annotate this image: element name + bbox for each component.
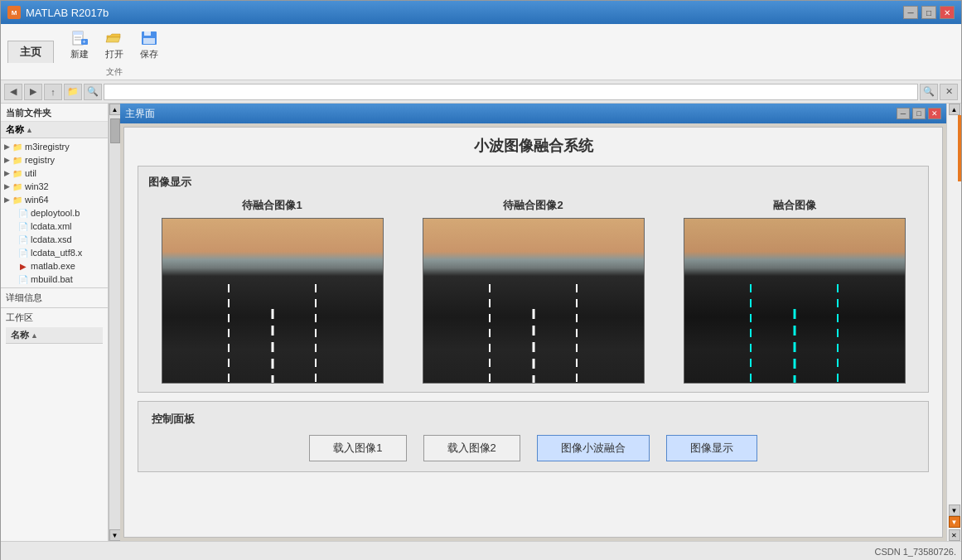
- status-bar: CSDN 1_73580726.: [1, 541, 961, 560]
- tree-label-mbuild: mbuild.bat: [31, 274, 73, 284]
- title-bar-controls: ─ □ ✕: [903, 6, 955, 19]
- tree-item-lcdata-utf8[interactable]: 📄 lcdata_utf8.x: [1, 246, 108, 259]
- matlab-window: M MATLAB R2017b ─ □ ✕ 主页: [0, 0, 962, 560]
- details-label: 详细信息: [6, 292, 42, 302]
- tree-label-win64: win64: [25, 195, 49, 205]
- matlab-title: MATLAB R2017b: [26, 7, 109, 19]
- load-image1-button[interactable]: 载入图像1: [309, 435, 406, 461]
- expand-icon-5: ▶: [4, 196, 10, 204]
- current-folder-label: 当前文件夹: [1, 104, 108, 122]
- image-col-3: 融合图像: [670, 198, 918, 384]
- svg-rect-1: [73, 31, 83, 35]
- save-button[interactable]: 保存: [133, 26, 165, 65]
- nav-explore-button[interactable]: 🔍: [84, 84, 102, 100]
- image-col-1: 待融合图像1: [148, 198, 396, 384]
- maximize-button[interactable]: □: [921, 6, 936, 19]
- display-image-button[interactable]: 图像显示: [666, 435, 757, 461]
- tree-item-m3iregistry[interactable]: ▶ 📁 m3iregistry: [1, 140, 108, 153]
- tree-item-matlab-exe[interactable]: ▶ matlab.exe: [1, 259, 108, 273]
- details-section: 详细信息: [1, 287, 108, 307]
- tree-item-win64[interactable]: ▶ 📁 win64: [1, 193, 108, 206]
- folder-icon-4: 📁: [12, 181, 23, 192]
- control-panel-box: 控制面板 载入图像1 载入图像2 图像小波融合 图像显示: [138, 401, 929, 472]
- workspace-sort-icon: ▲: [31, 331, 38, 340]
- sidebar-scroll-thumb[interactable]: [110, 118, 120, 143]
- new-button[interactable]: + 新建: [64, 26, 95, 65]
- right-scroll-down[interactable]: ▼: [949, 504, 960, 516]
- tree-item-lcdata-xsd[interactable]: 📄 lcdata.xsd: [1, 233, 108, 246]
- image-display-box: 图像显示 待融合图像1: [138, 166, 929, 393]
- lane-left-fused: [750, 284, 752, 383]
- expand-icon-4: ▶: [4, 182, 10, 191]
- tree-item-mbuild[interactable]: 📄 mbuild.bat: [1, 273, 108, 286]
- file-spacer-5: [4, 260, 16, 272]
- tree-item-util[interactable]: ▶ 📁 util: [1, 167, 108, 180]
- load-image2-button[interactable]: 载入图像2: [423, 435, 520, 461]
- tree-label-lcdata-xml: lcdata.xml: [31, 221, 72, 231]
- figure-content: 小波图像融合系统 图像显示 待融合图像1: [123, 127, 943, 538]
- road-image-2: [423, 219, 644, 383]
- tree-item-win32[interactable]: ▶ 📁 win32: [1, 180, 108, 193]
- figure-controls: ─ □ ✕: [897, 108, 941, 119]
- search-button[interactable]: 🔍: [920, 84, 938, 100]
- nav-forward-button[interactable]: ▶: [24, 84, 42, 100]
- tree-label-matlab-exe: matlab.exe: [31, 261, 75, 271]
- close-panel-btn[interactable]: ✕: [949, 529, 960, 541]
- file-tree: ▶ 📁 m3iregistry ▶ 📁 registry ▶ 📁 ut: [1, 138, 108, 287]
- control-panel-label: 控制面板: [152, 412, 915, 427]
- tree-label-lcdata-utf8: lcdata_utf8.x: [31, 248, 82, 258]
- expand-icon-2: ▶: [4, 156, 10, 164]
- nav-icons: 🔍 ✕: [920, 84, 958, 100]
- figure-title: 主界面: [125, 107, 155, 121]
- file-spacer-1: [4, 207, 16, 219]
- right-panel: ▲ ▼ ▼ ✕: [946, 104, 961, 541]
- nav-up-button[interactable]: ↑: [44, 84, 62, 100]
- figure-minimize-btn[interactable]: ─: [897, 108, 910, 119]
- file-spacer-3: [4, 234, 16, 245]
- nav-back-button[interactable]: ◀: [4, 84, 22, 100]
- file-spacer-6: [4, 273, 16, 285]
- folder-icon-5: 📁: [12, 194, 23, 205]
- lane-right-1: [315, 284, 317, 383]
- file-icon-lcdata-xml: 📄: [17, 220, 29, 232]
- toolbar: 主页 + 新建: [1, 24, 961, 80]
- folder-icon-3: 📁: [12, 167, 23, 179]
- new-icon: +: [70, 30, 89, 46]
- nav-path[interactable]: [104, 84, 918, 100]
- image-placeholder-2: [423, 218, 645, 384]
- system-title: 小波图像融合系统: [138, 136, 929, 156]
- lane-left-2: [489, 284, 491, 383]
- nav-close-button[interactable]: ✕: [940, 84, 958, 100]
- nav-folder-button[interactable]: 📁: [64, 84, 82, 100]
- sidebar-scroll-down[interactable]: ▼: [109, 529, 121, 541]
- sidebar-scroll-up[interactable]: ▲: [109, 104, 121, 115]
- right-scroll-up[interactable]: ▲: [949, 104, 960, 115]
- minimize-button[interactable]: ─: [903, 6, 918, 19]
- file-icon-deploytool: 📄: [17, 207, 29, 219]
- tree-item-deploytool[interactable]: 📄 deploytool.b: [1, 206, 108, 220]
- figure-close-btn[interactable]: ✕: [928, 108, 941, 119]
- orange-scroll-btn[interactable]: ▼: [949, 516, 960, 528]
- tree-item-lcdata-xml[interactable]: 📄 lcdata.xml: [1, 220, 108, 233]
- image-col-2: 待融合图像2: [409, 198, 657, 384]
- tree-label-registry: registry: [25, 155, 55, 165]
- open-button[interactable]: 打开: [99, 26, 130, 65]
- wavelet-fusion-button[interactable]: 图像小波融合: [537, 435, 650, 461]
- file-icon-lcdata-xsd: 📄: [17, 234, 29, 245]
- image-col2-label: 待融合图像2: [503, 198, 563, 213]
- save-label: 保存: [140, 48, 158, 60]
- tree-item-registry[interactable]: ▶ 📁 registry: [1, 153, 108, 167]
- open-icon: [104, 30, 124, 46]
- orange-scroll-indicator: [958, 115, 961, 181]
- lane-right-2: [576, 284, 578, 383]
- sidebar-wrapper: 当前文件夹 名称 ▲ ▶ 📁 m3iregistry ▶ 📁: [1, 104, 120, 541]
- tab-home[interactable]: 主页: [7, 41, 54, 63]
- figure-maximize-btn[interactable]: □: [912, 108, 926, 119]
- file-spacer-2: [4, 220, 16, 232]
- file-spacer-4: [4, 247, 16, 258]
- workspace-name-col: 名称: [11, 329, 29, 341]
- nav-bar: ◀ ▶ ↑ 📁 🔍 🔍 ✕: [1, 80, 961, 104]
- sidebar: 当前文件夹 名称 ▲ ▶ 📁 m3iregistry ▶ 📁: [1, 104, 109, 541]
- close-button[interactable]: ✕: [940, 6, 955, 19]
- figure-window: 主界面 ─ □ ✕ 小波图像融合系统 图像显示 待融合图像1: [120, 104, 946, 541]
